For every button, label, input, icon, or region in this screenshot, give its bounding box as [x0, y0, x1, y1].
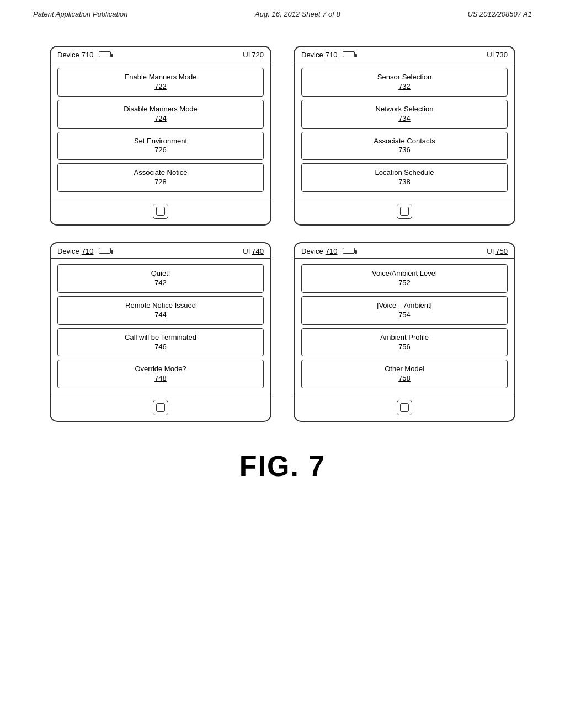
menu-item-ui730-3[interactable]: Location Schedule738 [301, 163, 508, 192]
menu-item-ui750-1[interactable]: |Voice – Ambient|754 [301, 296, 508, 325]
ui-label-ui740: UI 740 [243, 247, 264, 255]
header-left: Patent Application Publication [33, 10, 128, 18]
device-frame-ui730: Device 710 UI 730 Sensor Selection732Net… [294, 46, 515, 226]
device-label-ui730: Device 710 [301, 51, 357, 59]
ui-label-ui730: UI 730 [487, 51, 508, 59]
menu-item-ui740-3[interactable]: Override Mode?748 [57, 360, 264, 388]
device-content-ui750: Voice/Ambient Level752|Voice – Ambient|7… [295, 259, 514, 393]
device-frame-ui750: Device 710 UI 750 Voice/Ambient Level752… [294, 242, 515, 422]
home-button-ui740[interactable] [153, 400, 168, 415]
device-label-ui750: Device 710 [301, 247, 357, 255]
device-content-ui720: Enable Manners Mode722Disable Manners Mo… [51, 62, 270, 196]
home-button-inner [156, 207, 165, 216]
device-bottom-ui730 [295, 199, 514, 224]
battery-icon [343, 248, 355, 254]
battery-icon [99, 51, 111, 57]
device-topbar-ui720: Device 710 UI 720 [51, 47, 270, 62]
menu-item-ui750-3[interactable]: Other Model758 [301, 360, 508, 388]
device-bottom-ui740 [51, 395, 270, 421]
device-topbar-ui740: Device 710 UI 740 [51, 243, 270, 259]
device-frame-ui720: Device 710 UI 720 Enable Manners Mode722… [50, 46, 271, 226]
menu-item-ui740-0[interactable]: Quiet!742 [57, 264, 264, 293]
menu-item-ui720-1[interactable]: Disable Manners Mode724 [57, 100, 264, 129]
menu-item-ui750-0[interactable]: Voice/Ambient Level752 [301, 264, 508, 293]
device-bottom-ui720 [51, 199, 270, 224]
menu-item-ui720-2[interactable]: Set Environment726 [57, 132, 264, 160]
device-topbar-ui730: Device 710 UI 730 [295, 47, 514, 62]
diagrams-area: Device 710 UI 720 Enable Manners Mode722… [0, 24, 565, 433]
device-label-ui720: Device 710 [57, 51, 113, 59]
home-button-inner [400, 207, 409, 216]
page-header: Patent Application Publication Aug. 16, … [0, 0, 565, 24]
device-label-ui740: Device 710 [57, 247, 113, 255]
home-button-ui750[interactable] [397, 400, 412, 415]
home-button-inner [156, 403, 165, 412]
menu-item-ui750-2[interactable]: Ambient Profile756 [301, 328, 508, 357]
device-content-ui730: Sensor Selection732Network Selection734A… [295, 62, 514, 196]
ui-label-ui720: UI 720 [243, 51, 264, 59]
ui-label-ui750: UI 750 [487, 247, 508, 255]
battery-icon [343, 51, 355, 57]
home-button-ui720[interactable] [153, 204, 168, 219]
menu-item-ui730-2[interactable]: Associate Contacts736 [301, 132, 508, 160]
battery-icon [99, 248, 111, 254]
device-topbar-ui750: Device 710 UI 750 [295, 243, 514, 259]
header-right: US 2012/208507 A1 [467, 10, 532, 18]
menu-item-ui720-0[interactable]: Enable Manners Mode722 [57, 68, 264, 97]
home-button-ui730[interactable] [397, 204, 412, 219]
device-content-ui740: Quiet!742Remote Notice Issued744Call wil… [51, 259, 270, 393]
menu-item-ui740-2[interactable]: Call will be Terminated746 [57, 328, 264, 357]
figure-caption: FIG. 7 [0, 433, 565, 494]
menu-item-ui730-0[interactable]: Sensor Selection732 [301, 68, 508, 97]
menu-item-ui740-1[interactable]: Remote Notice Issued744 [57, 296, 264, 325]
home-button-inner [400, 403, 409, 412]
header-center: Aug. 16, 2012 Sheet 7 of 8 [255, 10, 340, 18]
menu-item-ui720-3[interactable]: Associate Notice728 [57, 163, 264, 192]
device-frame-ui740: Device 710 UI 740 Quiet!742Remote Notice… [50, 242, 271, 422]
menu-item-ui730-1[interactable]: Network Selection734 [301, 100, 508, 129]
device-bottom-ui750 [295, 395, 514, 421]
